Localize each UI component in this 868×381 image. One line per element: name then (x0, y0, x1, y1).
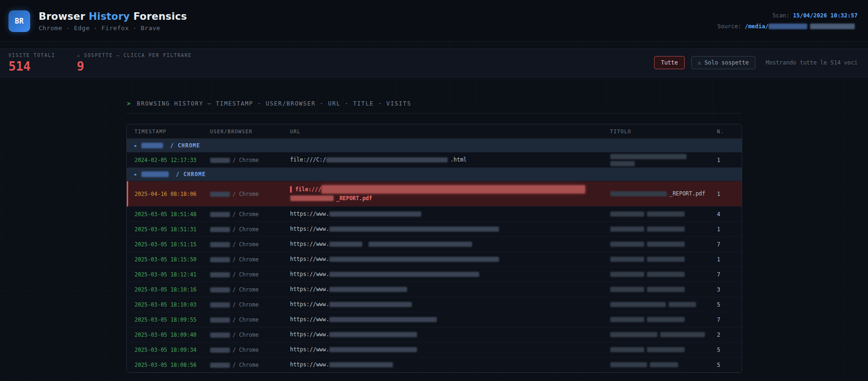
visits-cell: 5 (717, 347, 742, 353)
source-value: /media/ (745, 23, 769, 30)
user-browser-cell: / Chrome (210, 362, 290, 368)
column-header-url: URL (290, 129, 610, 134)
group-label: / CHROME (176, 171, 205, 178)
redacted-text (647, 227, 685, 232)
timestamp-cell: 2025-03-05 18:09:40 (135, 332, 210, 338)
history-row[interactable]: 2025-03-05 18:51:31/ Chromehttps://www.1 (127, 222, 742, 237)
timestamp-cell: 2025-03-05 18:09:34 (135, 347, 210, 353)
history-row[interactable]: 2025-03-05 18:12:41/ Chromehttps://www.7 (127, 267, 742, 282)
supported-browsers-label: Chrome · Edge · Firefox · Brave (39, 24, 187, 32)
title-cell (610, 301, 717, 308)
user-browser-cell: / Chrome (210, 157, 290, 163)
stat-suspect-visits[interactable]: ⚠ SOSPETTE — CLICCA PER FILTRARE 9 (77, 53, 192, 73)
redacted-text (210, 332, 230, 338)
group-row[interactable]: ▶/ CHROME (127, 139, 742, 153)
page-title: Browser History Forensics (39, 11, 187, 22)
text-segment: https://www. (290, 286, 329, 292)
timestamp-cell: 2025-03-05 18:51:15 (135, 241, 210, 248)
title-part-2: History (89, 11, 130, 22)
source-path: Source: /media/ (718, 21, 858, 32)
redacted-text (647, 211, 685, 217)
source-label: Source: (718, 23, 742, 30)
history-row[interactable]: 2025-03-05 18:15:50/ Chromehttps://www.1 (127, 252, 742, 267)
redacted-text (210, 192, 230, 197)
table-header-row: TIMESTAMP USER/BROWSER URL TITOLO N. (127, 124, 742, 139)
text-segment: / Chrome (233, 286, 259, 293)
redacted-text (610, 287, 644, 292)
text-segment: https://www. (290, 226, 329, 232)
timestamp-cell: 2025-03-05 18:51:31 (135, 226, 210, 233)
history-row[interactable]: 2025-03-05 18:09:34/ Chromehttps://www.5 (127, 342, 742, 357)
history-row[interactable]: 2025-03-05 18:51:15/ Chromehttps://www. … (127, 237, 742, 252)
visits-cell: 1 (717, 256, 742, 263)
history-row[interactable]: 2025-03-05 18:08:56/ Chromehttps://www.5 (127, 357, 742, 373)
text-segment: / Chrome (233, 157, 259, 163)
url-cell: https://www. (290, 240, 610, 249)
group-row[interactable]: ▶/ CHROME (127, 168, 742, 181)
total-visits-value: 514 (8, 60, 55, 73)
title-cell (610, 331, 717, 338)
text-segment: / Chrome (233, 347, 259, 353)
redacted-source-segment (810, 24, 855, 29)
history-row[interactable]: 2025-04-16 08:18:06/ Chrome▌file:///_REP… (127, 181, 742, 207)
showing-count-label: Mostrando tutte le 514 voci (766, 59, 858, 66)
filter-suspect-button[interactable]: ⚠ Solo sospette (691, 56, 755, 69)
text-segment: https://www. (290, 301, 329, 308)
redacted-text (329, 347, 417, 352)
user-browser-cell: / Chrome (210, 332, 290, 338)
visits-cell: 7 (717, 241, 742, 248)
filter-all-button[interactable]: Tutte (654, 56, 684, 69)
title-part-1: Browser (39, 11, 89, 22)
title-cell (610, 271, 717, 278)
url-cell: ▌file:///_REPORT.pdf (290, 185, 610, 203)
redacted-text (610, 211, 644, 217)
text-segment: https://www. (290, 256, 329, 262)
visits-cell: 4 (717, 211, 742, 218)
history-row[interactable]: 2024-02-05 12:17:33/ Chromefile:///C:/.h… (127, 153, 742, 168)
user-browser-cell: / Chrome (210, 211, 290, 218)
text-segment: / Chrome (233, 271, 259, 278)
history-row[interactable]: 2025-03-05 18:10:03/ Chromehttps://www.5 (127, 297, 742, 312)
redacted-text (329, 287, 407, 292)
redacted-text (647, 257, 685, 262)
user-browser-cell: / Chrome (210, 301, 290, 308)
redacted-text (329, 317, 437, 322)
visits-cell: 5 (717, 362, 742, 368)
redacted-text (650, 362, 678, 367)
redacted-text (210, 287, 230, 292)
history-row[interactable]: 2025-03-05 18:10:16/ Chromehttps://www.3 (127, 282, 742, 297)
text-segment: / Chrome (233, 332, 259, 338)
visits-cell: 2 (717, 332, 742, 338)
history-row[interactable]: 2025-03-05 18:51:48/ Chromehttps://www.4 (127, 207, 742, 222)
redacted-text (210, 242, 230, 247)
text-segment: file:/// (295, 186, 321, 193)
title-cell (610, 316, 717, 323)
text-segment: .html (450, 156, 467, 163)
title-cell (610, 346, 717, 353)
column-header-timestamp: TIMESTAMP (135, 129, 210, 134)
history-row[interactable]: 2025-03-05 18:09:55/ Chromehttps://www.7 (127, 312, 742, 327)
text-segment: _REPORT.pdf (336, 195, 372, 202)
history-row[interactable]: 2025-03-05 18:09:40/ Chromehttps://www.2 (127, 327, 742, 342)
redacted-text (329, 227, 499, 232)
redacted-text (647, 242, 685, 247)
url-cell: https://www. (290, 270, 610, 279)
user-browser-cell: / Chrome (210, 286, 290, 293)
url-cell: https://www. (290, 285, 610, 294)
redacted-text (326, 157, 448, 162)
url-cell: https://www. (290, 225, 610, 234)
redacted-text (610, 154, 687, 159)
redacted-source-segment (769, 24, 807, 29)
redacted-text (210, 363, 230, 368)
redacted-text (610, 161, 635, 166)
text-segment: https://www. (290, 361, 329, 368)
redacted-text (610, 302, 666, 307)
text-segment: file:///C:/ (290, 156, 326, 163)
text-segment: / Chrome (233, 191, 259, 197)
column-header-visits: N. (717, 129, 742, 134)
stats-bar: VISITE TOTALI 514 ⚠ SOSPETTE — CLICCA PE… (0, 49, 868, 78)
redacted-text (329, 211, 421, 217)
redacted-text (669, 302, 696, 307)
text-segment: / Chrome (233, 316, 259, 323)
column-header-user-browser: USER/BROWSER (210, 129, 290, 134)
